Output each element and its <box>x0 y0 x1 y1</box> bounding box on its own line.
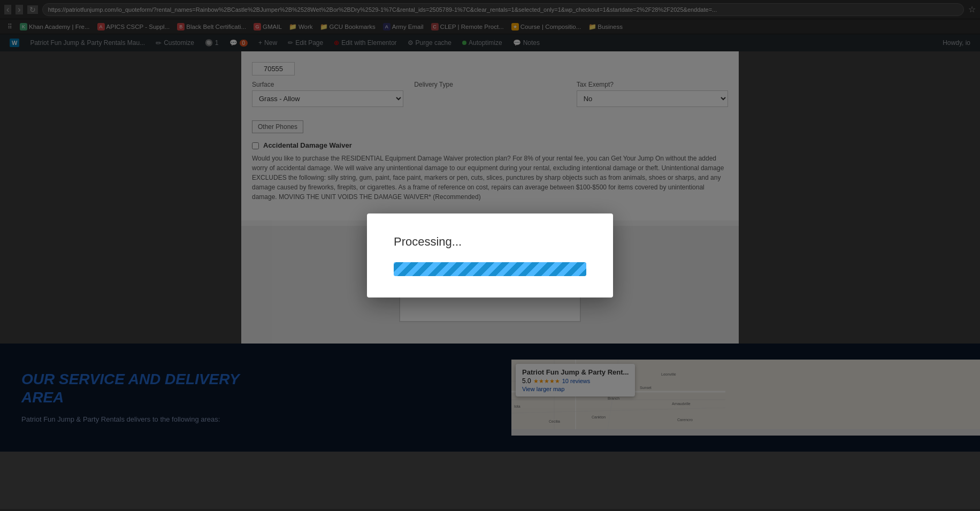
modal-title: Processing... <box>394 235 586 249</box>
modal-box: Processing... <box>367 213 613 298</box>
processing-modal: Processing... <box>0 0 980 511</box>
progress-bar-container <box>394 262 586 276</box>
progress-bar-fill <box>394 262 586 276</box>
